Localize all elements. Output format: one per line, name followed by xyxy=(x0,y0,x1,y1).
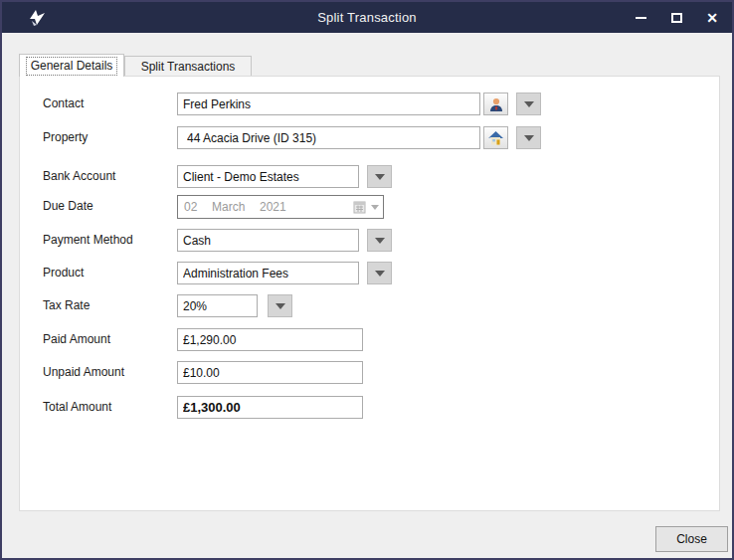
tab-split-transactions-label: Split Transactions xyxy=(141,60,236,74)
payment-method-dropdown-button[interactable] xyxy=(367,229,392,252)
property-label: Property xyxy=(43,130,88,144)
payment-method-label: Payment Method xyxy=(43,233,133,247)
unpaid-amount-label: Unpaid Amount xyxy=(43,365,124,379)
paid-amount-input[interactable] xyxy=(177,328,363,351)
split-transaction-dialog: Split Transaction ✕ General Details Spli… xyxy=(0,0,734,560)
tax-rate-label: Tax Rate xyxy=(43,298,90,312)
calendar-icon xyxy=(353,200,367,214)
chevron-down-icon xyxy=(371,205,379,210)
due-date-label: Due Date xyxy=(43,199,93,213)
contact-input[interactable] xyxy=(177,93,480,115)
product-dropdown-button[interactable] xyxy=(367,262,392,284)
caption-buttons: ✕ xyxy=(623,2,730,33)
product-label: Product xyxy=(43,266,84,280)
total-amount-input[interactable] xyxy=(177,396,363,419)
titlebar: Split Transaction ✕ xyxy=(2,2,732,33)
product-input[interactable] xyxy=(177,262,359,284)
due-date-picker: 02 March 2021 xyxy=(177,195,384,219)
chevron-down-icon xyxy=(375,271,385,277)
house-icon xyxy=(487,130,504,146)
maximize-icon xyxy=(671,13,682,23)
property-input[interactable] xyxy=(177,126,480,149)
property-lookup-button[interactable] xyxy=(483,126,508,149)
bank-account-label: Bank Account xyxy=(43,169,115,183)
contact-label: Contact xyxy=(43,96,84,110)
minimize-icon xyxy=(636,17,646,19)
minimize-button[interactable] xyxy=(623,2,658,33)
close-button[interactable]: Close xyxy=(655,526,728,552)
due-date-icons xyxy=(353,200,379,214)
due-date-day: 02 xyxy=(184,200,212,214)
paid-amount-label: Paid Amount xyxy=(43,332,110,346)
tab-general-details-label: General Details xyxy=(26,57,118,76)
chevron-down-icon xyxy=(375,174,385,180)
bank-account-input[interactable] xyxy=(177,165,359,188)
due-date-year: 2021 xyxy=(260,200,299,214)
tax-rate-input[interactable] xyxy=(177,294,258,317)
person-icon xyxy=(488,96,504,112)
payment-method-input[interactable] xyxy=(177,229,359,252)
tab-general-details[interactable]: General Details xyxy=(19,54,124,77)
unpaid-amount-input[interactable] xyxy=(177,361,363,384)
maximize-button[interactable] xyxy=(658,2,694,33)
total-amount-label: Total Amount xyxy=(43,400,111,414)
general-details-page: Contact Property Bank Acc xyxy=(19,76,720,511)
chevron-down-icon xyxy=(275,303,285,309)
due-date-month: March xyxy=(212,200,260,214)
bank-account-dropdown-button[interactable] xyxy=(367,165,392,188)
property-dropdown-button[interactable] xyxy=(516,126,541,149)
chevron-down-icon xyxy=(375,238,385,244)
chevron-down-icon xyxy=(524,101,534,107)
tax-rate-dropdown-button[interactable] xyxy=(268,294,292,317)
window-close-button[interactable]: ✕ xyxy=(694,2,730,33)
contact-dropdown-button[interactable] xyxy=(516,93,541,115)
chevron-down-icon xyxy=(524,135,534,141)
tab-split-transactions[interactable]: Split Transactions xyxy=(124,56,252,76)
contact-lookup-button[interactable] xyxy=(483,93,508,115)
